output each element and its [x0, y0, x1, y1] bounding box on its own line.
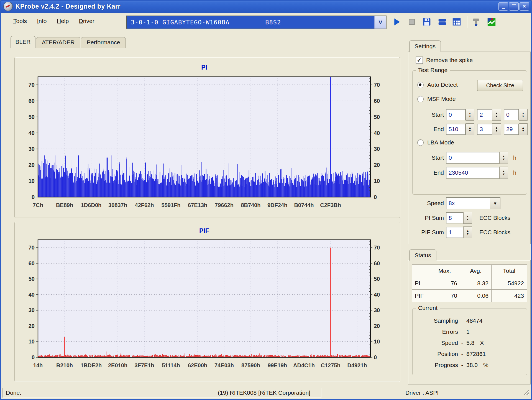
lba-start-field[interactable]: 0 [446, 152, 499, 164]
spinner-down-icon: ▼ [466, 232, 469, 235]
svg-text:60: 60 [29, 260, 35, 266]
statusbar-message: Done. [2, 388, 209, 398]
tab-bler[interactable]: BLER [11, 36, 35, 48]
lba-start-spinner[interactable]: ▲▼ [499, 152, 508, 164]
pif-sum-spinner[interactable]: ▲▼ [463, 226, 472, 238]
pif-sum-row: PIF Sum 1 ▲▼ ECC Blocks [410, 227, 510, 238]
speed-current-value: 5.8 [466, 340, 474, 346]
position-row: Position - 872861 [416, 351, 523, 357]
msf-start-frame-value: 0 [506, 111, 510, 118]
msf-end-sec-field[interactable]: 3 [477, 124, 492, 135]
msf-end-sec-value: 3 [480, 126, 483, 133]
tab-settings[interactable]: Settings [409, 40, 441, 52]
spinner-up-icon: ▲ [469, 112, 471, 115]
save-icon [422, 17, 431, 26]
drive-selector-dropdown-button[interactable]: ˅ [374, 16, 386, 29]
maximize-button[interactable] [509, 2, 519, 11]
save-button[interactable] [420, 16, 433, 28]
msf-start-min-spinner[interactable]: ▲▼ [466, 109, 474, 121]
msf-end-min-field[interactable]: 510 [446, 124, 466, 135]
separator: - [458, 328, 466, 335]
svg-text:8B740h: 8B740h [241, 202, 260, 208]
svg-text:50: 50 [374, 114, 380, 120]
menu-tools[interactable]: Tools [9, 16, 31, 26]
minimize-icon [502, 8, 505, 9]
spinner-up-icon: ▲ [466, 215, 469, 218]
msf-start-sec-field[interactable]: 2 [477, 109, 492, 120]
stop-scan-button[interactable] [405, 16, 418, 28]
msf-end-min-value: 510 [449, 126, 458, 133]
svg-text:PIF: PIF [199, 227, 209, 235]
pif-total: 423 [492, 290, 527, 302]
svg-text:60: 60 [29, 98, 35, 104]
drive-selector[interactable]: 3-0-1-0 GIGABYTEGO-W1608A B8S2 ˅ [126, 16, 387, 29]
minimize-button[interactable] [498, 2, 508, 11]
start-scan-button[interactable] [390, 16, 403, 28]
close-button[interactable]: ✕ [520, 2, 529, 11]
spinner-down-icon: ▼ [522, 129, 525, 132]
msf-end-frame-field[interactable]: 29 [504, 124, 519, 135]
hammer-icon [471, 17, 481, 27]
msf-end-sec-spinner[interactable]: ▲▼ [492, 123, 501, 135]
svg-text:3F7E1h: 3F7E1h [134, 362, 154, 368]
msf-start-frame-field[interactable]: 0 [504, 109, 519, 120]
pif-sum-field[interactable]: 1 [446, 227, 463, 238]
menu-driver[interactable]: Driver [75, 16, 99, 26]
statusbar-media: (19) RITEK008 [RiTEK Corporation] [207, 388, 321, 398]
speed-combobox[interactable]: 8x ▼ [446, 197, 500, 209]
svg-text:AD4C1h: AD4C1h [293, 362, 315, 368]
tab-performance[interactable]: Performance [81, 37, 126, 48]
tab-status[interactable]: Status [409, 249, 436, 261]
msf-start-frame-spinner[interactable]: ▲▼ [519, 109, 528, 121]
sampling-row: Sampling - 48474 [416, 317, 523, 324]
pif-sum-unit: ECC Blocks [479, 229, 510, 236]
tab-bler-label: BLER [16, 39, 31, 45]
svg-text:70: 70 [374, 244, 380, 251]
play-icon [393, 18, 401, 26]
svg-text:0: 0 [32, 354, 35, 360]
table-row-pif: PIF 70 0.06 423 [412, 290, 527, 302]
close-icon: ✕ [523, 4, 526, 9]
msf-mode-label: MSF Mode [427, 96, 456, 102]
menu-info[interactable]: Info [32, 16, 51, 26]
pif-chart-panel: PIF00101020203030404050506060707014hB210… [14, 222, 400, 381]
pif-row-name: PIF [412, 290, 429, 302]
disc-quality-button[interactable] [485, 16, 498, 28]
speed-dropdown-button[interactable]: ▼ [490, 198, 500, 209]
msf-start-sec-spinner[interactable]: ▲▼ [492, 109, 501, 121]
svg-text:B0744h: B0744h [294, 202, 314, 208]
svg-text:40: 40 [29, 130, 35, 136]
tab-ater-ader[interactable]: ATER/ADER [36, 37, 80, 48]
msf-mode-radio[interactable] [417, 96, 424, 102]
lba-end-spinner[interactable]: ▲▼ [499, 167, 508, 179]
remove-spike-checkbox[interactable]: ✓ [416, 57, 423, 64]
separator: - [458, 340, 466, 346]
lba-end-field[interactable]: 230540 [446, 167, 499, 179]
svg-text:50: 50 [29, 114, 35, 120]
pi-sum-field[interactable]: 8 [446, 212, 463, 223]
progress-value: 38.0 [466, 362, 478, 368]
tools-button[interactable] [469, 16, 483, 28]
msf-end-min-spinner[interactable]: ▲▼ [466, 123, 474, 135]
auto-detect-radio[interactable] [417, 82, 424, 88]
maximize-icon [512, 4, 516, 8]
msf-start-min-field[interactable]: 0 [446, 109, 466, 120]
msf-end-label: End [417, 126, 444, 133]
status-col-total: Total [492, 265, 527, 277]
graph-layout-button[interactable] [436, 16, 449, 28]
pi-sum-spinner[interactable]: ▲▼ [463, 212, 472, 224]
menu-help[interactable]: Help [52, 16, 73, 26]
resize-grip[interactable] [524, 389, 529, 395]
tab-settings-label: Settings [415, 43, 436, 49]
svg-text:51114h: 51114h [162, 362, 180, 368]
spinner-down-icon: ▼ [469, 129, 471, 132]
svg-text:67E13h: 67E13h [188, 202, 207, 208]
report-table-button[interactable] [450, 16, 463, 28]
check-size-button[interactable]: Check Size [477, 80, 523, 91]
svg-text:1D6D0h: 1D6D0h [81, 202, 101, 208]
lba-mode-radio[interactable] [417, 139, 424, 146]
spinner-down-icon: ▼ [469, 115, 471, 118]
svg-text:0: 0 [374, 194, 377, 200]
msf-end-frame-spinner[interactable]: ▲▼ [519, 123, 528, 135]
toolbar-separator [466, 16, 467, 28]
